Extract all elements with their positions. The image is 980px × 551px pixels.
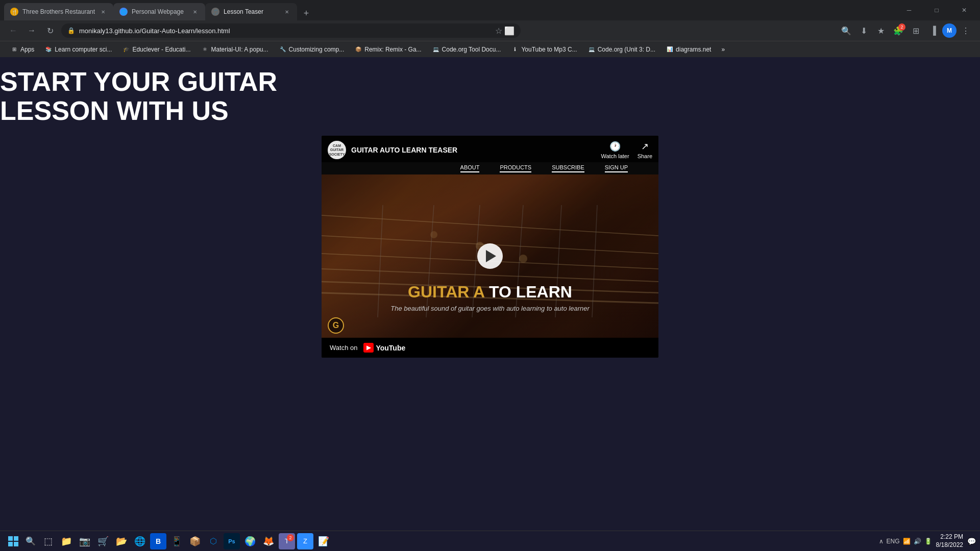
educlever-favicon: 🎓 <box>122 45 130 54</box>
bookmark-icon[interactable]: ★ <box>873 22 889 39</box>
menu-button[interactable]: ⋮ <box>958 22 974 39</box>
bookmark-star-icon[interactable]: ☆ <box>495 26 502 36</box>
minimize-button[interactable]: ─ <box>897 3 921 18</box>
camera-icon[interactable]: 📷 <box>77 533 93 549</box>
system-tray: ∧ ENG 📶 🔊 🔋 <box>879 538 932 545</box>
page-heading: START YOUR GUITAR LESSON WITH US <box>0 57 980 126</box>
codeorg-unit3-favicon: 💻 <box>587 45 596 54</box>
tray-chevron-icon[interactable]: ∧ <box>879 538 884 545</box>
customizing-favicon: 🔧 <box>279 45 287 54</box>
educlever-label: Educlever - Educati... <box>132 46 190 53</box>
volume-icon[interactable]: 🔊 <box>914 538 921 545</box>
refresh-button[interactable]: ↻ <box>43 23 57 38</box>
taskbar-right: ∧ ENG 📶 🔊 🔋 2:22 PM 8/18/2022 💬 <box>879 533 976 549</box>
profile-button[interactable]: M <box>942 23 957 38</box>
notification-icon[interactable]: 💬 <box>967 537 976 545</box>
watch-later-action[interactable]: 🕐 Watch later <box>601 141 629 159</box>
video-container: CAMGUITARSOCIETY GUITAR AUTO LEARN TEASE… <box>322 136 658 358</box>
file-explorer-icon[interactable]: 📁 <box>58 533 75 549</box>
nav-subscribe[interactable]: SUBSCRIBE <box>552 164 584 172</box>
sidebar-button[interactable]: ▐ <box>925 22 941 39</box>
edge-icon[interactable]: 🌐 <box>132 533 148 549</box>
screenshot-icon[interactable]: ⬜ <box>504 26 514 36</box>
start-button[interactable] <box>4 532 22 550</box>
maximize-button[interactable]: □ <box>925 3 948 18</box>
svg-point-15 <box>430 231 437 238</box>
heading-line1: START YOUR GUITAR <box>0 67 980 96</box>
wifi-icon[interactable]: 📶 <box>903 538 911 545</box>
yt-subtitle: The beautiful sound of guitar goes with … <box>322 305 658 312</box>
yt-top-actions: 🕐 Watch later ↗ Share <box>601 141 652 159</box>
bookmark-diagrams[interactable]: 📊 diagrams.net <box>662 43 715 56</box>
tab-close-lesson[interactable]: ✕ <box>283 8 291 16</box>
browser-chrome: 🍴 Three Brothers Restaurant ✕ 🌐 Personal… <box>0 0 980 57</box>
search-icon[interactable]: 🔍 <box>838 22 854 39</box>
forward-button[interactable]: → <box>24 23 39 38</box>
channel-logo: CAMGUITARSOCIETY <box>328 141 346 159</box>
share-action[interactable]: ↗ Share <box>638 141 652 159</box>
extensions-button[interactable]: ⊞ <box>908 22 924 39</box>
new-tab-button[interactable]: + <box>299 6 313 20</box>
zoom-icon[interactable]: Z <box>297 533 313 549</box>
nav-signup[interactable]: SIGN UP <box>605 164 628 172</box>
bookmark-remix[interactable]: 📦 Remix: Remix - Ga... <box>350 43 425 56</box>
tab-favicon-restaurant: 🍴 <box>10 8 18 16</box>
title-part1: GUITAR A <box>408 283 484 301</box>
task-view-button[interactable]: ⬚ <box>40 533 56 549</box>
teams-badge: 2 <box>287 534 294 541</box>
clock-icon: 🕐 <box>609 141 621 152</box>
bookmark-codeorg-tool[interactable]: 💻 Code.org Tool Docu... <box>428 43 505 56</box>
customizing-label: Customizing comp... <box>289 46 345 53</box>
bookmark-customizing[interactable]: 🔧 Customizing comp... <box>275 43 349 56</box>
bookmark-youtube-mp3[interactable]: ℹ YouTube to Mp3 C... <box>507 43 581 56</box>
clock-time: 2:22 PM <box>936 533 963 541</box>
notes-icon[interactable]: 📝 <box>315 533 332 549</box>
share-icon: ↗ <box>641 141 649 152</box>
tab-lesson[interactable]: 🎵 Lesson Teaser ✕ <box>205 3 297 20</box>
photoshop-icon[interactable]: Ps <box>224 533 240 549</box>
nav-about[interactable]: ABOUT <box>460 164 480 172</box>
tab-favicon-personal: 🌐 <box>119 8 128 16</box>
vscode-icon[interactable]: ⬡ <box>205 533 222 549</box>
back-button[interactable]: ← <box>6 23 20 38</box>
close-button[interactable]: ✕ <box>952 3 976 18</box>
b-app-icon[interactable]: B <box>150 533 166 549</box>
yt-top-bar: CAMGUITARSOCIETY GUITAR AUTO LEARN TEASE… <box>322 136 658 162</box>
title-bar: 🍴 Three Brothers Restaurant ✕ 🌐 Personal… <box>0 0 980 20</box>
tab-restaurant[interactable]: 🍴 Three Brothers Restaurant ✕ <box>4 3 113 20</box>
taskbar-search[interactable]: 🔍 <box>22 533 39 549</box>
learn-cs-favicon: 📚 <box>44 45 53 54</box>
dropbox-icon[interactable]: 📦 <box>187 533 203 549</box>
extension-icon[interactable]: 🧩 2 <box>890 22 906 39</box>
youtube-logo[interactable]: ▶ YouTube <box>363 343 405 353</box>
yt-bottom-bar: Watch on ▶ YouTube <box>322 338 658 358</box>
file-manager-icon[interactable]: 📂 <box>113 533 130 549</box>
diagrams-label: diagrams.net <box>676 46 711 53</box>
app1-icon[interactable]: 📱 <box>168 533 185 549</box>
lang-indicator[interactable]: ENG <box>887 538 900 545</box>
yt-thumbnail[interactable]: GUITAR A TO LEARN The beautiful sound of… <box>322 174 658 338</box>
remix-label: Remix: Remix - Ga... <box>364 46 421 53</box>
download-icon[interactable]: ⬇ <box>855 22 872 39</box>
tab-close-personal[interactable]: ✕ <box>191 8 199 16</box>
battery-icon[interactable]: 🔋 <box>924 538 932 545</box>
address-bar[interactable]: 🔒 monikaly13.github.io/Guitar-Auto-Learn… <box>61 23 521 38</box>
lock-icon: 🔒 <box>67 27 75 34</box>
browser-icon[interactable]: 🦊 <box>260 533 277 549</box>
tab-personal[interactable]: 🌐 Personal Webpage ✕ <box>113 3 205 20</box>
tab-close-restaurant[interactable]: ✕ <box>99 8 107 16</box>
chrome-icon[interactable]: 🌍 <box>242 533 258 549</box>
bookmark-educlever[interactable]: 🎓 Educlever - Educati... <box>118 43 194 56</box>
nav-products[interactable]: PRODUCTS <box>500 164 531 172</box>
bookmark-codeorg-unit3[interactable]: 💻 Code.org (Unit 3: D... <box>583 43 659 56</box>
heading-line2: LESSON WITH US <box>0 96 980 126</box>
bookmark-apps[interactable]: ⊞ Apps <box>6 43 38 56</box>
url-text: monikaly13.github.io/Guitar-Auto-Learn/l… <box>79 27 491 35</box>
youtube-mp3-label: YouTube to Mp3 C... <box>521 46 577 53</box>
teams-icon[interactable]: T 2 <box>279 533 295 549</box>
bookmark-material-ui[interactable]: ⚛ Material-UI: A popu... <box>197 43 272 56</box>
bookmark-learn-cs[interactable]: 📚 Learn computer sci... <box>40 43 116 56</box>
bookmark-more[interactable]: » <box>717 44 729 55</box>
taskbar-time[interactable]: 2:22 PM 8/18/2022 <box>936 533 963 549</box>
amazon-icon[interactable]: 🛒 <box>95 533 111 549</box>
